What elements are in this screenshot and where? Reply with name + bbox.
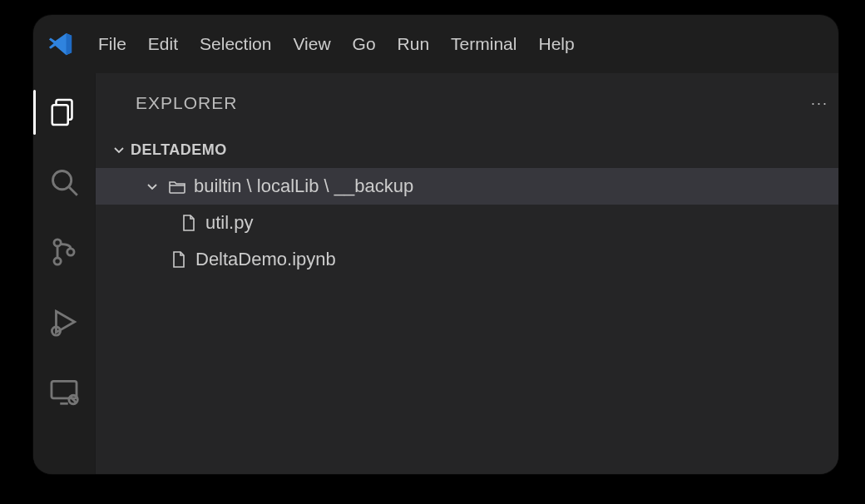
svg-point-4 bbox=[54, 240, 61, 246]
explorer-header: EXPLORER ··· bbox=[96, 73, 838, 133]
tree-file-util[interactable]: util.py bbox=[96, 205, 838, 241]
tree-folder-label: builtin \ localLib \ __backup bbox=[194, 175, 413, 197]
menu-run[interactable]: Run bbox=[398, 34, 430, 54]
tree-file-label: DeltaDemo.ipynb bbox=[195, 249, 336, 270]
svg-point-6 bbox=[67, 249, 74, 255]
menu-terminal[interactable]: Terminal bbox=[451, 34, 517, 54]
activity-bar bbox=[33, 73, 95, 474]
explorer-sidebar: EXPLORER ··· DELTADEMO bbox=[95, 73, 838, 474]
menu-selection[interactable]: Selection bbox=[200, 34, 271, 54]
svg-point-5 bbox=[54, 258, 61, 264]
source-control-icon[interactable] bbox=[48, 236, 80, 268]
file-icon bbox=[179, 213, 199, 233]
folder-open-icon bbox=[167, 176, 187, 196]
menu-edit[interactable]: Edit bbox=[148, 34, 178, 54]
workspace-header[interactable]: DELTADEMO bbox=[96, 133, 838, 166]
chevron-down-icon bbox=[144, 178, 161, 195]
svg-line-3 bbox=[69, 187, 77, 195]
tree-folder-backup[interactable]: builtin \ localLib \ __backup bbox=[96, 168, 838, 205]
run-debug-icon[interactable] bbox=[48, 306, 80, 338]
menu-view[interactable]: View bbox=[293, 34, 330, 54]
explorer-tree: builtin \ localLib \ __backup util.py bbox=[96, 166, 838, 278]
window-body: EXPLORER ··· DELTADEMO bbox=[33, 73, 838, 474]
explorer-more-icon[interactable]: ··· bbox=[811, 95, 828, 112]
vscode-window: File Edit Selection View Go Run Terminal… bbox=[33, 15, 838, 474]
menu-file[interactable]: File bbox=[98, 34, 126, 54]
workspace-name: DELTADEMO bbox=[131, 141, 227, 159]
svg-rect-1 bbox=[52, 105, 68, 125]
explorer-title: EXPLORER bbox=[136, 93, 237, 113]
chevron-down-icon bbox=[111, 141, 127, 158]
vscode-logo-icon bbox=[48, 32, 73, 57]
titlebar: File Edit Selection View Go Run Terminal… bbox=[33, 15, 838, 73]
menu-go[interactable]: Go bbox=[353, 34, 376, 54]
tree-file-notebook[interactable]: DeltaDemo.ipynb bbox=[96, 241, 838, 278]
explorer-icon[interactable] bbox=[48, 96, 80, 128]
menu-help[interactable]: Help bbox=[538, 34, 574, 54]
tree-file-label: util.py bbox=[205, 212, 253, 234]
file-icon bbox=[169, 250, 189, 269]
remote-icon[interactable] bbox=[48, 376, 80, 408]
search-icon[interactable] bbox=[48, 166, 80, 198]
svg-point-2 bbox=[53, 171, 72, 190]
